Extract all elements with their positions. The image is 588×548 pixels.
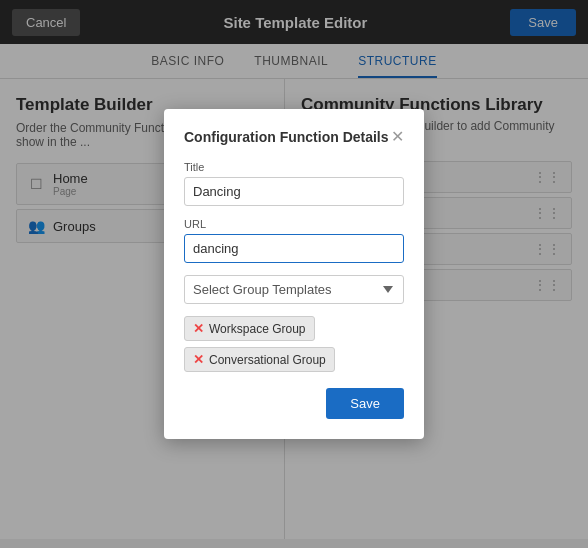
modal-config: Configuration Function Details ✕ Title U…: [164, 109, 424, 439]
url-input[interactable]: [184, 234, 404, 263]
modal-overlay: Configuration Function Details ✕ Title U…: [0, 0, 588, 548]
tag-workspace-group[interactable]: ✕ Workspace Group: [184, 316, 315, 341]
modal-save-button[interactable]: Save: [326, 388, 404, 419]
group-templates-select[interactable]: Select Group Templates: [184, 275, 404, 304]
tag-workspace-remove[interactable]: ✕: [193, 321, 204, 336]
title-label: Title: [184, 161, 404, 173]
tag-conversational-remove[interactable]: ✕: [193, 352, 204, 367]
tag-workspace-label: Workspace Group: [209, 322, 306, 336]
modal-title: Configuration Function Details: [184, 129, 389, 145]
tag-conversational-label: Conversational Group: [209, 353, 326, 367]
url-label: URL: [184, 218, 404, 230]
modal-header: Configuration Function Details ✕: [184, 129, 404, 145]
modal-close-button[interactable]: ✕: [391, 129, 404, 145]
tag-conversational-group[interactable]: ✕ Conversational Group: [184, 347, 335, 372]
tags-container: ✕ Workspace Group ✕ Conversational Group: [184, 316, 404, 372]
title-input[interactable]: [184, 177, 404, 206]
